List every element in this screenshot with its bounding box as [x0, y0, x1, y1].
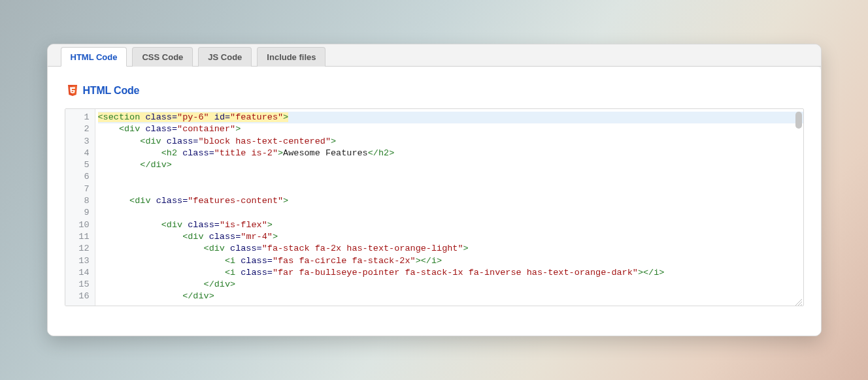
tab-label: JS Code [208, 52, 242, 62]
code-line[interactable]: </div> [98, 279, 803, 291]
code-line[interactable] [98, 171, 803, 183]
line-number: 7 [65, 183, 90, 195]
code-line[interactable]: <div class="block has-text-centered"> [98, 136, 803, 148]
code-line[interactable]: <div class="container"> [98, 123, 803, 135]
code-area[interactable]: <section class="py-6" id="features"> <di… [95, 109, 803, 306]
line-number: 11 [65, 231, 90, 243]
editor-panel: HTML Code CSS Code JS Code Include files… [47, 44, 822, 336]
line-number: 4 [65, 148, 90, 159]
tab-content: HTML Code 12345678910111213141516 <secti… [48, 67, 821, 336]
section-heading: HTML Code [67, 85, 804, 97]
code-line[interactable]: <h2 class="title is-2">Awesome Features<… [98, 148, 803, 159]
html5-icon [67, 85, 78, 97]
code-line[interactable]: <div class="is-flex"> [98, 219, 803, 231]
tab-label: Include files [267, 52, 316, 62]
line-number: 13 [65, 255, 90, 267]
code-line[interactable]: <div class="features-content"> [98, 195, 803, 207]
line-number: 1 [65, 112, 90, 123]
tab-include-files[interactable]: Include files [257, 47, 326, 67]
tab-js-code[interactable]: JS Code [198, 47, 252, 67]
code-line[interactable] [98, 207, 803, 219]
tab-label: HTML Code [71, 52, 118, 62]
line-number: 8 [65, 195, 90, 207]
tab-label: CSS Code [142, 52, 183, 62]
code-line[interactable]: </div> [98, 291, 803, 302]
code-line[interactable]: <i class="far fa-bullseye-pointer fa-sta… [98, 267, 803, 279]
svg-line-2 [801, 304, 802, 306]
code-line[interactable]: <section class="py-6" id="features"> [98, 112, 803, 123]
resize-handle-icon[interactable] [794, 296, 802, 304]
line-number: 12 [65, 243, 90, 255]
line-number: 5 [65, 159, 90, 171]
line-number: 10 [65, 219, 90, 231]
tab-css-code[interactable]: CSS Code [132, 47, 193, 67]
line-number: 14 [65, 267, 90, 279]
code-editor[interactable]: 12345678910111213141516 <section class="… [65, 108, 804, 306]
line-number: 15 [65, 279, 90, 291]
code-line[interactable]: <i class="fas fa-circle fa-stack-2x"></i… [98, 255, 803, 267]
tab-html-code[interactable]: HTML Code [61, 47, 127, 67]
line-number: 6 [65, 171, 90, 183]
line-number-gutter: 12345678910111213141516 [65, 109, 95, 306]
line-number: 16 [65, 291, 90, 302]
code-line[interactable]: <div class="mr-4"> [98, 231, 803, 243]
code-line[interactable]: <div class="fa-stack fa-2x has-text-oran… [98, 243, 803, 255]
code-line[interactable] [98, 183, 803, 195]
line-number: 2 [65, 123, 90, 135]
vertical-scrollbar[interactable] [795, 112, 802, 303]
code-line[interactable]: </div> [98, 159, 803, 171]
line-number: 9 [65, 207, 90, 219]
tab-bar: HTML Code CSS Code JS Code Include files [48, 44, 821, 67]
line-number: 3 [65, 136, 90, 148]
section-title-text: HTML Code [83, 85, 140, 97]
scrollbar-thumb[interactable] [795, 112, 802, 129]
